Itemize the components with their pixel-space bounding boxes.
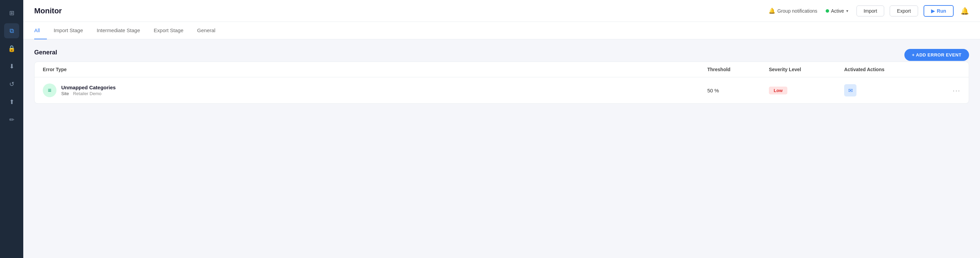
tab-import-stage[interactable]: Import Stage <box>47 22 90 39</box>
upload-icon: ⬆ <box>9 98 14 106</box>
import-button[interactable]: Import <box>856 5 885 16</box>
tab-intermediate-stage-label: Intermediate Stage <box>97 27 140 33</box>
tab-all[interactable]: All <box>34 22 47 39</box>
error-type-cell: ≡ Unmapped Categories Site Retailer Demo <box>43 83 707 97</box>
run-icon: ▶ <box>931 8 935 14</box>
layers-icon: ⧉ <box>10 27 14 35</box>
sidebar-item-layers[interactable]: ⧉ <box>4 23 19 38</box>
col-actions: Activated Actions <box>844 67 940 72</box>
table-row: ≡ Unmapped Categories Site Retailer Demo… <box>35 77 969 104</box>
threshold-cell: 50 % <box>707 88 769 93</box>
tab-all-label: All <box>34 27 40 33</box>
tab-export-stage[interactable]: Export Stage <box>147 22 190 39</box>
active-dot <box>826 9 829 13</box>
section-title: General <box>34 49 969 56</box>
mail-icon: ✉ <box>848 87 853 94</box>
notification-bell-icon[interactable]: 🔔 <box>961 7 969 15</box>
tab-import-stage-label: Import Stage <box>54 27 83 33</box>
severity-cell: Low <box>769 86 844 94</box>
refresh-icon: ↺ <box>9 80 14 88</box>
active-status[interactable]: Active ▾ <box>823 7 851 15</box>
active-label: Active <box>831 8 844 14</box>
site-value: Retailer Demo <box>73 91 101 96</box>
sidebar-item-dashboard[interactable]: ⊞ <box>4 5 19 21</box>
table-header: Error Type Threshold Severity Level Acti… <box>35 62 969 77</box>
sidebar-item-lock[interactable]: 🔒 <box>4 41 19 56</box>
col-severity: Severity Level <box>769 67 844 72</box>
unmapped-categories-icon: ≡ <box>48 87 52 94</box>
run-button[interactable]: ▶ Run <box>924 5 954 17</box>
export-button[interactable]: Export <box>890 5 918 16</box>
col-more <box>940 67 961 72</box>
edit-icon: ✏ <box>9 116 14 124</box>
tab-export-stage-label: Export Stage <box>154 27 183 33</box>
add-error-event-label: + ADD ERROR EVENT <box>912 53 961 57</box>
error-type-name: Unmapped Categories <box>61 84 116 90</box>
lock-icon: 🔒 <box>8 45 15 53</box>
site-label: Site <box>61 91 69 96</box>
sidebar-item-edit[interactable]: ✏ <box>4 112 19 127</box>
main-content: Monitor 🔔 Group notifications Active ▾ I… <box>23 0 980 258</box>
sidebar-item-upload[interactable]: ⬆ <box>4 94 19 110</box>
tab-general-label: General <box>197 27 215 33</box>
dashboard-icon: ⊞ <box>9 9 14 17</box>
error-type-info: Unmapped Categories Site Retailer Demo <box>61 84 116 96</box>
tabs-bar: All Import Stage Intermediate Stage Expo… <box>23 22 980 39</box>
error-type-sub: Site Retailer Demo <box>61 91 116 96</box>
error-icon-wrap: ≡ <box>43 83 56 97</box>
chevron-down-icon: ▾ <box>846 8 848 13</box>
group-notifications-label: Group notifications <box>778 8 818 14</box>
group-notifications-btn[interactable]: 🔔 Group notifications <box>768 8 818 14</box>
bell-icon: 🔔 <box>768 8 775 14</box>
content-area: + ADD ERROR EVENT General Error Type Thr… <box>23 39 980 258</box>
more-options-button[interactable]: ··· <box>940 86 961 94</box>
inbox-icon: ⬇ <box>9 63 14 70</box>
sidebar-item-refresh[interactable]: ↺ <box>4 76 19 92</box>
header: Monitor 🔔 Group notifications Active ▾ I… <box>23 0 980 22</box>
error-table: Error Type Threshold Severity Level Acti… <box>34 62 969 104</box>
sidebar-item-inbox[interactable]: ⬇ <box>4 59 19 74</box>
col-threshold: Threshold <box>707 67 769 72</box>
severity-badge: Low <box>769 86 788 94</box>
add-error-event-button[interactable]: + ADD ERROR EVENT <box>904 49 969 61</box>
activated-actions-cell: ✉ <box>844 84 940 97</box>
run-label: Run <box>937 8 946 14</box>
tab-intermediate-stage[interactable]: Intermediate Stage <box>90 22 147 39</box>
mail-action-button[interactable]: ✉ <box>844 84 856 97</box>
tab-general[interactable]: General <box>190 22 222 39</box>
ellipsis-icon: ··· <box>953 86 961 94</box>
col-error-type: Error Type <box>43 67 707 72</box>
page-title: Monitor <box>34 6 763 15</box>
sidebar: ⊞ ⧉ 🔒 ⬇ ↺ ⬆ ✏ <box>0 0 23 258</box>
